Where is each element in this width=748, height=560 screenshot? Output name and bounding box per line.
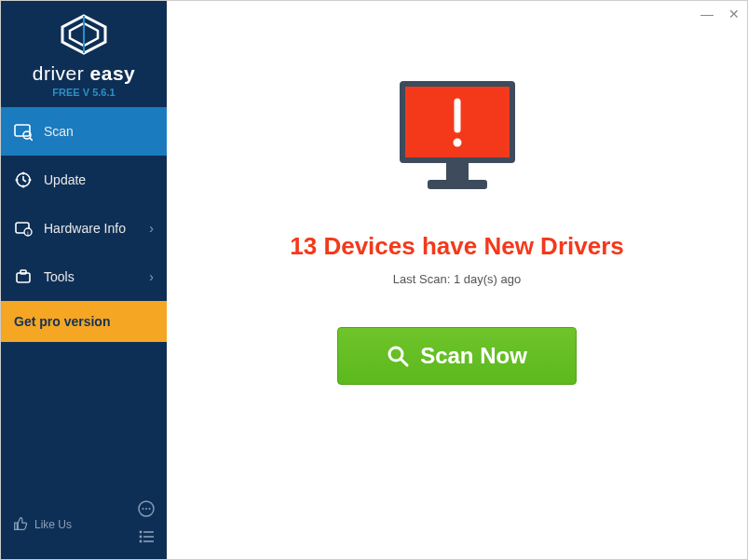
like-us-button[interactable]: Like Us	[12, 515, 72, 535]
nav-tools-label: Tools	[44, 269, 75, 284]
sidebar: driver easy FREE V 5.6.1 Scan Update i	[1, 1, 167, 559]
update-icon	[14, 171, 33, 189]
logo-icon	[1, 14, 167, 59]
content: 13 Devices have New Drivers Last Scan: 1…	[167, 27, 747, 559]
nav: Scan Update i Hardware Info › Tools	[1, 107, 167, 490]
logo-area: driver easy FREE V 5.6.1	[1, 1, 167, 107]
get-pro-label: Get pro version	[14, 314, 110, 329]
brand-name: driver easy	[1, 62, 167, 85]
nav-update-label: Update	[44, 172, 86, 187]
monitor-alert-icon	[383, 74, 532, 208]
svg-point-18	[149, 508, 151, 510]
scan-icon	[14, 122, 33, 141]
version-label: FREE V 5.6.1	[1, 87, 167, 98]
svg-rect-28	[428, 180, 487, 189]
svg-point-16	[143, 508, 144, 510]
chevron-right-icon: ›	[149, 269, 154, 284]
svg-line-32	[401, 359, 407, 365]
nav-update[interactable]: Update	[1, 156, 167, 204]
tools-icon	[14, 267, 33, 286]
get-pro-button[interactable]: Get pro version	[1, 301, 167, 342]
main-area: — ✕ 13 Devices have New Drivers Last Sca…	[167, 1, 747, 559]
thumbs-up-icon	[12, 515, 29, 535]
svg-rect-27	[446, 163, 469, 180]
svg-point-30	[453, 139, 461, 147]
nav-hardware-label: Hardware Info	[44, 221, 126, 236]
svg-line-4	[30, 138, 33, 141]
svg-point-6	[22, 172, 25, 175]
hardware-icon: i	[14, 219, 33, 238]
close-button[interactable]: ✕	[728, 7, 740, 21]
svg-rect-14	[20, 270, 26, 274]
nav-hardware[interactable]: i Hardware Info ›	[1, 204, 167, 253]
menu-icon[interactable]	[137, 527, 156, 550]
scan-now-label: Scan Now	[420, 343, 527, 369]
like-us-label: Like Us	[34, 518, 72, 531]
titlebar: — ✕	[167, 1, 747, 27]
bottom-icons	[137, 499, 156, 550]
feedback-icon[interactable]	[137, 499, 156, 522]
svg-point-21	[140, 536, 143, 539]
svg-text:i: i	[27, 230, 28, 236]
svg-point-23	[140, 540, 143, 543]
svg-point-9	[29, 179, 32, 182]
chevron-right-icon: ›	[149, 221, 154, 236]
last-scan-text: Last Scan: 1 day(s) ago	[393, 272, 521, 286]
svg-rect-2	[15, 125, 30, 136]
svg-point-17	[145, 508, 147, 510]
svg-point-7	[22, 185, 25, 188]
sidebar-bottom: Like Us	[1, 490, 167, 559]
app-window: driver easy FREE V 5.6.1 Scan Update i	[1, 1, 747, 559]
svg-point-8	[16, 179, 19, 182]
svg-point-19	[140, 531, 143, 534]
nav-tools[interactable]: Tools ›	[1, 253, 167, 301]
minimize-button[interactable]: —	[700, 7, 714, 21]
magnifier-icon	[387, 345, 409, 367]
scan-now-button[interactable]: Scan Now	[337, 327, 577, 385]
nav-scan[interactable]: Scan	[1, 107, 167, 156]
scan-result-headline: 13 Devices have New Drivers	[290, 232, 623, 261]
nav-scan-label: Scan	[44, 124, 74, 139]
